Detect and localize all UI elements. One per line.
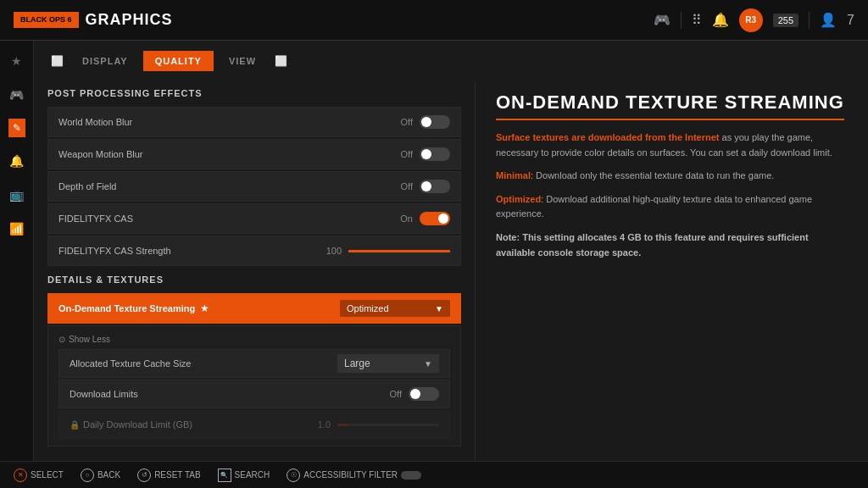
info-minimal: Minimal: Download only the essential tex… [496,169,848,184]
logo-sub: BLACK OPS 6 [14,12,79,28]
setting-fidelityfx-cas[interactable]: FIDELITYFX CAS On [47,203,461,234]
download-limits-text: Off [390,389,402,399]
setting-fidelityfx-strength[interactable]: FIDELITYFX CAS Strength 100 [47,236,461,266]
reset-tab-label: RESET TAB [154,470,200,480]
dropdown-arrow-icon: ▼ [435,304,443,313]
bottombar: ✕ SELECT ○ BACK ↺ RESET TAB 🔍 SEARCH ☉ A… [0,461,868,488]
daily-limit-value-group: 1.0 [318,419,439,430]
sidebar-icon-tv[interactable]: 📺 [6,185,27,205]
sub-setting-download-limits[interactable]: Download Limits Off [58,380,450,408]
info-title: On-Demand Texture Streaming [496,92,844,120]
minimal-text: : Download only the essential texture da… [531,170,774,180]
select-label: SELECT [31,470,64,480]
tab-quality[interactable]: QUALITY [143,51,214,71]
post-processing-title: POST PROCESSING EFFECTS [47,88,461,102]
controller-icon: 🎮 [654,12,670,28]
texture-cache-value: Large [344,358,370,369]
sub-setting-daily-limit: 🔒 Daily Download Limit (GB) 1.0 [58,410,450,439]
grid-icon: ⠿ [692,12,702,28]
weapon-motion-blur-value: Off [401,147,450,161]
sidebar-icon-edit[interactable]: ✎ [8,119,25,137]
avatar[interactable]: R3 [739,8,763,32]
show-less-btn[interactable]: ⊙ Show Less [58,331,450,347]
slider-fill [337,424,348,426]
fidelityfx-cas-toggle[interactable] [420,212,450,225]
daily-limit-slider [337,424,439,426]
sidebar-icon-network[interactable]: 📶 [6,219,27,239]
world-motion-blur-text: Off [401,117,413,127]
info-intro: Surface textures are downloaded from the… [496,130,848,160]
setting-world-motion-blur[interactable]: World Motion Blur Off [47,107,461,137]
fidelityfx-strength-label: FIDELITYFX CAS Strength [58,246,171,256]
reset-icon: ↺ [137,469,151,482]
weapon-motion-blur-text: Off [401,149,413,159]
info-note: Note: This setting allocates 4 GB to thi… [496,230,848,260]
accessibility-btn[interactable]: ☉ ACCESSIBILITY FILTER [287,469,421,482]
dropdown-arrow-icon2: ▼ [424,359,432,369]
on-demand-dropdown[interactable]: Optimized ▼ [340,300,450,317]
topbar-right: 🎮 ⠿ 🔔 R3 255 👤 7 [654,8,854,32]
setting-on-demand-streaming[interactable]: On-Demand Texture Streaming ★ Optimized … [47,293,461,324]
weapon-motion-blur-label: Weapon Motion Blur [58,149,142,159]
fidelityfx-strength-slider[interactable] [348,250,450,252]
sidebar-icon-bell[interactable]: 🔔 [6,151,27,171]
logo-main: GRAPHICS [86,11,173,29]
toggle-knob [421,149,431,159]
download-limits-value: Off [390,387,439,401]
world-motion-blur-value: Off [401,115,450,129]
profile-icon: 👤 [820,12,837,28]
download-limits-label: Download Limits [70,389,138,399]
daily-limit-value: 1.0 [318,419,331,430]
nav-icon-right: ⬜ [275,55,287,67]
divider2 [809,12,810,29]
toggle-knob [410,389,420,399]
show-less-label: Show Less [69,335,110,344]
world-motion-blur-label: World Motion Blur [58,117,132,127]
details-textures-title: DETAILS & TEXTURES [47,274,461,288]
topbar-left: BLACK OPS 6 GRAPHICS [14,11,173,29]
tab-display[interactable]: DISPLAY [70,51,140,71]
accessibility-icon: ☉ [287,469,300,482]
divider [681,12,682,29]
depth-of-field-toggle[interactable] [420,180,450,193]
accessibility-toggle[interactable] [401,471,421,480]
daily-limit-label-group: 🔒 Daily Download Limit (GB) [70,419,192,430]
accessibility-label: ACCESSIBILITY FILTER [303,470,398,480]
nav-icon-left: ⬜ [51,55,64,67]
note-text: : This setting allocates 4 GB to this fe… [496,232,809,258]
fidelityfx-strength-value: 100 [326,246,450,256]
on-demand-value-group: Optimized ▼ [340,300,450,317]
left-panel: POST PROCESSING EFFECTS World Motion Blu… [34,81,475,461]
toggle-knob [438,214,448,224]
setting-weapon-motion-blur[interactable]: Weapon Motion Blur Off [47,139,461,169]
info-optimized: Optimized: Download additional high-qual… [496,192,848,222]
reset-tab-btn[interactable]: ↺ RESET TAB [137,469,200,482]
right-panel: On-Demand Texture Streaming Surface text… [475,81,868,461]
daily-limit-label: Daily Download Limit (GB) [83,419,192,430]
select-btn[interactable]: ✕ SELECT [14,469,64,482]
download-limits-toggle[interactable] [409,387,439,401]
sidebar-icon-star[interactable]: ★ [8,51,25,71]
texture-cache-label: Allocated Texture Cache Size [70,358,192,369]
setting-depth-of-field[interactable]: Depth of Field Off [47,171,461,202]
tab-view[interactable]: VIEW [217,51,268,71]
depth-of-field-label: Depth of Field [58,181,116,191]
texture-cache-dropdown[interactable]: Large ▼ [337,354,439,373]
sub-setting-texture-cache[interactable]: Allocated Texture Cache Size Large ▼ [58,349,450,378]
sidebar: ★ 🎮 ✎ 🔔 📺 📶 [0,41,34,461]
topbar: BLACK OPS 6 GRAPHICS 🎮 ⠿ 🔔 R3 255 👤 7 [0,0,868,41]
search-btn[interactable]: 🔍 SEARCH [218,469,270,482]
content-split: POST PROCESSING EFFECTS World Motion Blu… [34,81,868,461]
toggle-knob [421,181,431,191]
level-badge: 7 [847,13,854,28]
toggle-knob [421,117,431,127]
bell-icon: 🔔 [712,12,729,28]
fidelityfx-cas-label: FIDELITYFX CAS [58,214,133,224]
fidelityfx-cas-value: On [400,212,450,225]
lock-icon: 🔒 [70,420,80,430]
world-motion-blur-toggle[interactable] [420,115,450,129]
weapon-motion-blur-toggle[interactable] [420,147,450,161]
sidebar-icon-controller[interactable]: 🎮 [6,85,27,105]
back-btn[interactable]: ○ BACK [81,469,120,482]
note-label: Note [496,232,516,242]
